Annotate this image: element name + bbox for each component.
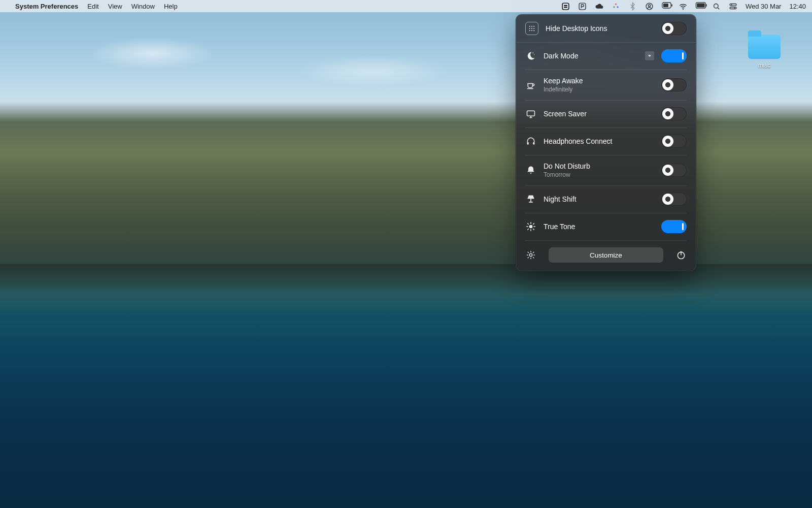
panel-item-title: Screen Saver (544, 110, 654, 118)
svg-point-5 (613, 6, 615, 8)
svg-point-26 (533, 28, 534, 29)
toggle-hide-desktop-icons[interactable] (661, 22, 687, 35)
svg-rect-10 (663, 3, 668, 7)
customize-button-label: Customize (590, 251, 622, 259)
svg-point-21 (529, 26, 530, 27)
menu-bar-time[interactable]: 12:40 (789, 3, 806, 10)
svg-rect-2 (564, 7, 567, 8)
menu-window[interactable]: Window (131, 3, 155, 10)
desktop-folder-label: misc (758, 62, 771, 69)
svg-rect-15 (706, 4, 707, 7)
wifi-icon[interactable] (679, 2, 687, 11)
menu-bar: System Preferences Edit View Window Help (0, 0, 812, 12)
svg-rect-33 (527, 142, 529, 145)
svg-rect-17 (730, 4, 736, 6)
customize-button[interactable]: Customize (549, 247, 663, 263)
battery-icon[interactable] (695, 2, 704, 11)
panel-row-dark-mode[interactable]: Dark Mode (516, 42, 696, 70)
panel-item-title: True Tone (544, 223, 654, 231)
toggle-dark-mode[interactable] (661, 49, 687, 62)
moon-icon (525, 50, 536, 61)
svg-point-27 (529, 30, 530, 31)
battery-widget-icon[interactable] (662, 2, 670, 11)
svg-rect-34 (533, 142, 534, 145)
menubar-extra-dots-icon[interactable] (612, 2, 620, 11)
user-account-icon[interactable] (645, 2, 654, 11)
panel-row-true-tone[interactable]: True Tone (516, 213, 696, 240)
toggle-keep-awake[interactable] (661, 78, 687, 91)
toggle-headphones-connect[interactable] (661, 135, 687, 148)
svg-point-24 (529, 28, 530, 29)
svg-rect-11 (671, 4, 672, 7)
settings-gear-icon[interactable] (525, 249, 536, 261)
lamp-icon (525, 194, 536, 205)
svg-rect-36 (529, 202, 533, 203)
toggle-screen-saver[interactable] (661, 107, 687, 120)
menu-view[interactable]: View (108, 3, 122, 10)
grid-icon (525, 22, 538, 35)
panel-item-title: Keep Awake (544, 77, 654, 85)
menu-help[interactable]: Help (164, 3, 178, 10)
control-center-icon[interactable] (729, 2, 737, 11)
panel-row-do-not-disturb[interactable]: Do Not Disturb Tomorrow (516, 155, 696, 185)
panel-row-night-shift[interactable]: Night Shift (516, 185, 696, 213)
svg-point-23 (533, 26, 534, 27)
menu-bar-date[interactable]: Wed 30 Mar (746, 3, 782, 10)
svg-point-29 (533, 30, 534, 31)
spotlight-search-icon[interactable] (712, 2, 721, 11)
panel-item-title: Night Shift (544, 195, 654, 203)
svg-point-30 (532, 52, 533, 53)
panel-footer: Customize (516, 240, 696, 271)
folder-icon (748, 35, 781, 59)
svg-point-18 (731, 4, 732, 5)
menubar-extra-app-icon[interactable] (561, 2, 570, 11)
panel-item-title: Do Not Disturb (544, 162, 654, 170)
svg-rect-32 (527, 111, 535, 116)
menubar-extra-p-icon[interactable] (578, 2, 587, 11)
panel-item-title: Headphones Connect (544, 137, 654, 145)
desktop-folder-misc[interactable]: misc (745, 35, 784, 69)
app-menu[interactable]: System Preferences (15, 3, 78, 10)
svg-rect-1 (564, 5, 567, 6)
panel-row-hide-desktop-icons[interactable]: Hide Desktop Icons (516, 15, 696, 42)
panel-row-headphones-connect[interactable]: Headphones Connect (516, 128, 696, 155)
svg-point-22 (531, 26, 532, 27)
svg-rect-14 (697, 3, 704, 7)
dark-mode-options-chevron[interactable] (645, 51, 654, 60)
svg-point-28 (531, 30, 532, 31)
svg-point-37 (529, 225, 533, 229)
menu-edit[interactable]: Edit (87, 3, 98, 10)
brightness-icon (525, 221, 536, 232)
bluetooth-off-icon[interactable] (628, 2, 637, 11)
bell-icon (525, 165, 536, 176)
panel-item-title: Hide Desktop Icons (546, 24, 654, 33)
headphones-icon (525, 136, 536, 147)
panel-item-title: Dark Mode (544, 52, 638, 60)
display-icon (525, 108, 536, 119)
toggle-do-not-disturb[interactable] (661, 164, 687, 177)
panel-row-screen-saver[interactable]: Screen Saver (516, 100, 696, 128)
svg-point-38 (529, 253, 532, 256)
coffee-cup-icon (525, 79, 536, 90)
svg-rect-0 (562, 3, 569, 10)
panel-item-subtitle: Tomorrow (544, 171, 654, 178)
svg-rect-19 (730, 7, 736, 9)
svg-point-4 (615, 3, 617, 5)
panel-row-keep-awake[interactable]: Keep Awake Indefinitely (516, 70, 696, 100)
svg-point-31 (534, 54, 534, 55)
svg-point-12 (683, 9, 684, 10)
svg-point-25 (531, 28, 532, 29)
svg-point-6 (617, 6, 618, 8)
svg-point-8 (648, 4, 650, 6)
power-icon[interactable] (675, 249, 687, 261)
menubar-dropdown-panel: Hide Desktop Icons Dark Mode Keep Awake … (516, 14, 696, 271)
toggle-night-shift[interactable] (661, 193, 687, 206)
svg-rect-35 (530, 199, 531, 202)
toggle-true-tone[interactable] (661, 220, 687, 233)
panel-item-subtitle: Indefinitely (544, 86, 654, 93)
menubar-extra-cloud-icon[interactable] (595, 2, 603, 11)
svg-point-20 (734, 7, 735, 8)
svg-point-16 (714, 4, 718, 8)
